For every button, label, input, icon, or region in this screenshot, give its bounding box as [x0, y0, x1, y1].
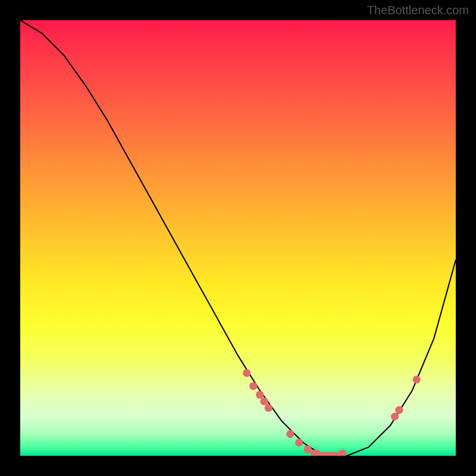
curve-svg [20, 20, 456, 456]
plot-area [20, 20, 456, 456]
data-point [260, 397, 268, 405]
data-point [256, 391, 264, 399]
data-point [395, 406, 403, 414]
data-point [391, 413, 399, 421]
chart-container: TheBottleneck.com [0, 0, 476, 476]
data-point [265, 404, 273, 412]
data-point [249, 382, 257, 390]
watermark-text: TheBottleneck.com [367, 4, 469, 17]
data-point [295, 439, 303, 446]
bottleneck-curve [20, 20, 456, 456]
data-point [304, 445, 312, 453]
data-markers [243, 369, 421, 456]
data-point [413, 375, 421, 383]
data-point [339, 450, 346, 456]
data-point [243, 369, 250, 377]
data-point [286, 430, 294, 438]
